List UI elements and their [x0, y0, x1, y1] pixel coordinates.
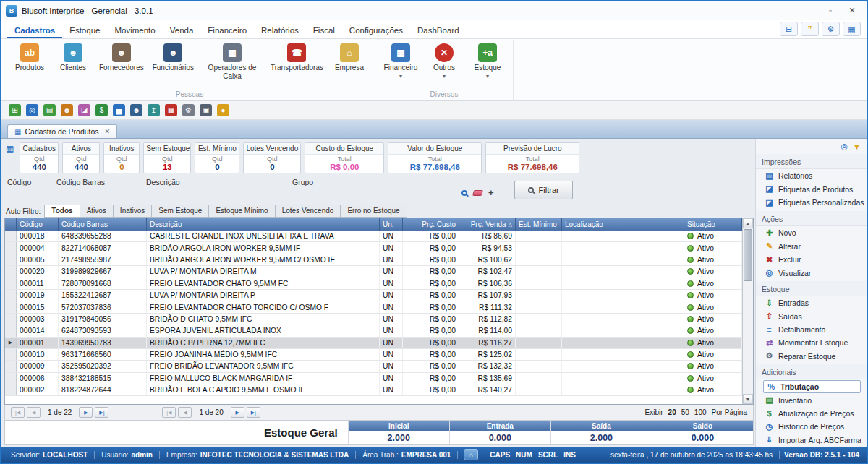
- sidebar-item-etiquetas-de-produtos[interactable]: ◪Etiquetas de Produtos: [756, 183, 867, 197]
- table-row[interactable]: ▶000001143969950783BRIDÃO C P/ PERNA 12,…: [5, 338, 742, 349]
- filter-funnel-icon[interactable]: ▼: [853, 142, 861, 151]
- ribbon-tab-cadastros[interactable]: Cadastros: [7, 23, 62, 38]
- table-row[interactable]: 000011728078091668FREIO LEVANTADOR CHATO…: [5, 278, 742, 290]
- quick-export-button[interactable]: ⊟: [780, 22, 798, 36]
- table-row[interactable]: 000015572037037836FREIO LEVANTADOR CHATO…: [5, 301, 742, 313]
- sidebar-item-movimentar-estoque[interactable]: ⇄Movimentar Estoque: [756, 336, 867, 350]
- ribbon-tab-movimento[interactable]: Movimento: [107, 23, 162, 38]
- ribbon-item-empresa[interactable]: ⌂Empresa: [330, 42, 369, 74]
- ribbon-tab-configuracoes[interactable]: Configurações: [342, 23, 410, 38]
- search-icon[interactable]: [461, 190, 467, 196]
- first-page-button[interactable]: |◀: [11, 407, 25, 418]
- filter-input-codigo-barras[interactable]: [56, 189, 137, 199]
- table-row[interactable]: 000014624873093593ESPORA JUVENIL ARTICUL…: [5, 325, 742, 337]
- close-button[interactable]: ✕: [842, 4, 862, 18]
- auto-filter-tab-ativos[interactable]: Ativos: [80, 205, 114, 218]
- filter-input-descricao[interactable]: [146, 189, 284, 199]
- sidebar-item-etiquetas-personalizadas[interactable]: ◪Etiquetas Personalizadas: [756, 196, 867, 210]
- sidebar-item-saidas[interactable]: ⇧Saídas: [756, 310, 867, 324]
- sidebar-item-historico-de-precos[interactable]: ◷Histórico de Preços: [756, 420, 867, 434]
- page-size-20[interactable]: 20: [668, 408, 676, 416]
- ribbon-tab-fiscal[interactable]: Fiscal: [306, 23, 342, 38]
- ribbon-item-outros[interactable]: ✕Outros▾: [425, 42, 464, 81]
- sidebar-item-importar-arq-abcfarma[interactable]: ⇓Importar Arq. ABCFarma: [756, 433, 867, 447]
- calendar-icon[interactable]: ▦: [165, 104, 177, 116]
- column-header-prc-venda[interactable]: Prç. Venda△: [459, 218, 516, 231]
- sidebar-item-atualizacao-de-precos[interactable]: $Atualização de Preços: [756, 407, 867, 420]
- table-row[interactable]: 000020319989929667LUVA P/ MONTARIA DIREI…: [5, 266, 742, 278]
- last-page-button[interactable]: ▶|: [247, 407, 260, 418]
- next-page-button[interactable]: ▶: [79, 407, 93, 418]
- sidebar-item-alterar[interactable]: ✎Alterar: [756, 239, 867, 253]
- doctab-close-icon[interactable]: ✕: [105, 128, 111, 135]
- scrollbar-thumb[interactable]: [744, 229, 752, 281]
- column-header-situacao[interactable]: Situação: [684, 218, 742, 231]
- messages-button[interactable]: ❞: [801, 22, 819, 36]
- layout-grid-icon[interactable]: ▦: [6, 144, 14, 154]
- table-row[interactable]: 000019155322412687LUVA P/ MONTARIA DIREI…: [5, 290, 742, 301]
- sidebar-section-acoes[interactable]: Ações: [756, 211, 867, 226]
- ribbon-item-estoque[interactable]: +aEstoque▾: [468, 42, 507, 81]
- sidebar-section-impressoes[interactable]: Impressões: [756, 154, 867, 169]
- ribbon-item-transportadoras[interactable]: ☎Transportadoras: [268, 42, 326, 74]
- auto-filter-tab-inativos[interactable]: Inativos: [114, 205, 152, 218]
- filtrar-button[interactable]: Filtrar: [514, 181, 573, 199]
- sidebar-item-tributacao[interactable]: %Tributação: [763, 380, 861, 393]
- scroll-down-icon[interactable]: ▼: [743, 394, 753, 404]
- maximize-button[interactable]: ▫: [820, 4, 841, 18]
- auto-filter-tab-erro-no-estoque[interactable]: Erro no Estoque: [341, 205, 407, 218]
- auto-filter-tab-sem-estoque[interactable]: Sem Estoque: [152, 205, 209, 218]
- scroll-up-icon[interactable]: ▲: [743, 218, 753, 228]
- chart-icon[interactable]: ▅: [113, 104, 125, 116]
- add-filter-icon[interactable]: +: [488, 188, 494, 197]
- page-size-100[interactable]: 100: [694, 408, 707, 416]
- filter-input-codigo[interactable]: [7, 189, 48, 199]
- column-header-codigo[interactable]: Código: [17, 218, 59, 231]
- last-page-button[interactable]: ▶|: [95, 407, 109, 418]
- table-row[interactable]: 000006388432188515FREIO MALLUCO BLACK MA…: [5, 373, 742, 384]
- table-row[interactable]: 000009352595020392FREIO BRIDÃO LEVANTADO…: [5, 361, 742, 372]
- ribbon-item-clientes[interactable]: ☻Clientes: [54, 42, 93, 74]
- ribbon-item-fornecedores[interactable]: ☻Fornecedores: [97, 42, 146, 74]
- document-tab[interactable]: ▦ Cadastro de Produtos ✕: [7, 124, 117, 138]
- sidebar-item-relatorios[interactable]: ▤Relatórios: [756, 169, 867, 183]
- home-icon[interactable]: ⌂: [464, 449, 478, 460]
- column-header-localizacao[interactable]: Localização: [562, 218, 684, 231]
- sidebar-item-inventario[interactable]: ▤Inventário: [756, 394, 867, 408]
- sidebar-item-detalhamento[interactable]: ≡Detalhamento: [756, 323, 867, 336]
- sidebar-section-adicionais[interactable]: Adicionais: [756, 364, 867, 379]
- sidebar-item-reparar-estoque[interactable]: ⚙Reparar Estoque: [756, 349, 867, 363]
- settings-button[interactable]: ⚙: [822, 22, 840, 36]
- prev-page-button[interactable]: ◀: [27, 407, 41, 418]
- binoculars-icon[interactable]: ◎: [841, 142, 848, 151]
- auto-filter-tab-estoque-minimo[interactable]: Estoque Mínimo: [209, 205, 275, 218]
- clear-filter-icon[interactable]: [472, 190, 483, 196]
- ribbon-tab-estoque[interactable]: Estoque: [62, 23, 107, 38]
- column-header-prc-custo[interactable]: Prç. Custo: [403, 218, 459, 231]
- ribbon-item-financeiro[interactable]: ▦Financeiro▾: [381, 42, 420, 81]
- first-page-button[interactable]: |◀: [162, 407, 176, 418]
- column-header-un[interactable]: Un.: [380, 218, 403, 231]
- column-header-codigo-barras[interactable]: Código Barras: [59, 218, 147, 231]
- sidebar-item-excluir[interactable]: ✖Excluir: [756, 253, 867, 267]
- table-row[interactable]: 000018648339655288CABRESTE GRANDE INOX U…: [5, 231, 742, 242]
- add-grid-icon[interactable]: ⊞: [9, 104, 21, 116]
- column-header-est-minimo[interactable]: Est. Mínimo: [516, 218, 562, 231]
- binoculars-icon[interactable]: ◎: [26, 104, 38, 116]
- table-row[interactable]: 000002818224872644BRIDÃO E BOLA C APOIO …: [5, 384, 742, 396]
- ribbon-tab-financeiro[interactable]: Financeiro: [200, 23, 254, 38]
- sidebar-section-estoque[interactable]: Estoque: [756, 281, 867, 296]
- table-row[interactable]: 000005217498955987BRIDÃO ARGOLA IRON WOR…: [5, 254, 742, 266]
- clients-icon[interactable]: ☻: [61, 104, 73, 116]
- page-size-50[interactable]: 50: [681, 408, 689, 416]
- tools-icon[interactable]: ⚙: [182, 104, 195, 116]
- sidebar-item-novo[interactable]: ✚Novo: [756, 226, 867, 240]
- table-row[interactable]: 000010963171666560FREIO JOANINHA MÉDIO 9…: [5, 349, 742, 361]
- auto-filter-tab-todos[interactable]: Todos: [44, 205, 80, 218]
- filter-input-grupo[interactable]: [292, 189, 453, 199]
- money-icon[interactable]: $: [95, 104, 108, 116]
- tags-icon[interactable]: ◪: [78, 104, 90, 116]
- vertical-scrollbar[interactable]: ▲ ▼: [742, 218, 753, 404]
- user-icon[interactable]: ☻: [130, 104, 142, 116]
- next-page-button[interactable]: ▶: [231, 407, 244, 418]
